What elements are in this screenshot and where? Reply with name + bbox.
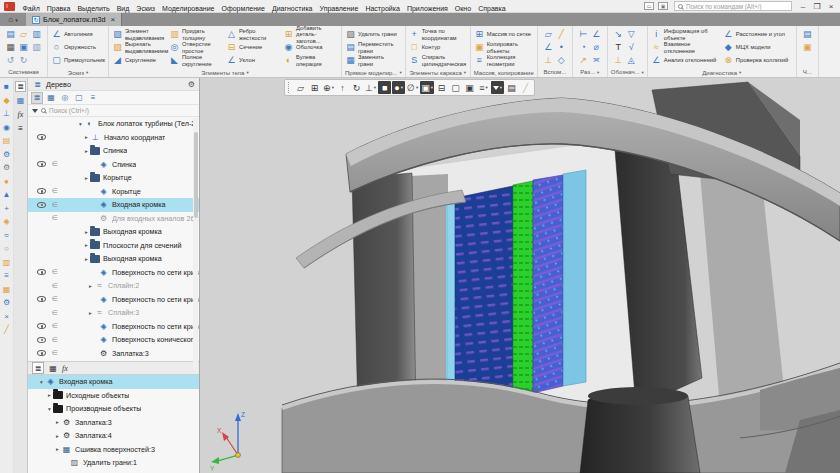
visibility-eye-icon[interactable] <box>37 350 46 356</box>
layout-icon[interactable]: ▭ <box>644 2 654 10</box>
new-document-button[interactable]: ▤ <box>4 28 17 41</box>
menu-Правка[interactable]: Правка <box>43 5 74 12</box>
visibility-eye-icon[interactable] <box>37 188 46 194</box>
3d-viewport[interactable]: Z X Y ▱⊞⊕▾↑↻⊥▾■●▾∅▾▣▾⊟▢▣≡▾▾▤╱ <box>200 78 840 473</box>
ribbon-group-label[interactable]: Вспом... <box>538 67 572 77</box>
tool-card-icon[interactable]: ▤ <box>1 135 12 146</box>
ribbon-item-collision-check[interactable]: ⊗Проверка коллизий <box>723 54 793 67</box>
expander-icon[interactable]: ▸ <box>54 446 61 452</box>
ribbon-item-draft[interactable]: ∠Уклон <box>226 54 281 67</box>
tree-row[interactable]: ▾◐Блок лопаток турбины (Тел-2) <box>28 117 199 131</box>
expander-icon[interactable]: ▸ <box>83 256 90 262</box>
dim-linear-button[interactable]: ⊢ <box>577 28 590 41</box>
box-view-a-button[interactable]: ▢ <box>449 81 462 94</box>
minimize-button[interactable]: – <box>796 2 810 11</box>
hide-objects-button[interactable]: ∅▾ <box>406 81 419 94</box>
ribbon-item-distance-angle[interactable]: ∠Расстояние и угол <box>723 28 793 41</box>
aux-point-button[interactable]: • <box>555 41 568 54</box>
ribbon-item-move-faces[interactable]: ▤Переместить грани <box>345 41 397 54</box>
filter-funnel-icon[interactable] <box>32 109 38 113</box>
tree-row[interactable]: ∈◈Корытце <box>28 185 199 199</box>
zoom-tool-button[interactable]: ⊕▾ <box>322 81 335 94</box>
tool-pen-icon[interactable]: ╱ <box>1 324 12 335</box>
tool-gear-gray-icon[interactable]: ⚙ <box>1 162 12 173</box>
undo-button[interactable]: ↺ <box>4 54 17 67</box>
menu-Вид[interactable]: Вид <box>113 5 133 12</box>
dim-angular-button[interactable]: ∠ <box>590 28 603 41</box>
tree-row[interactable]: ∈◈Поверхность по сети кривых:12 <box>28 293 199 307</box>
ribbon-group-label[interactable]: Ч... <box>797 67 818 77</box>
expander-icon[interactable]: ▸ <box>83 242 90 248</box>
tab-fx[interactable]: fx <box>62 364 68 373</box>
aux-cs-button[interactable]: ⊥ <box>542 54 555 67</box>
tree-row[interactable]: ∈◈Входная кромка <box>28 198 199 212</box>
tool-diamond-icon[interactable]: ◆ <box>1 95 12 106</box>
tab-close-icon[interactable]: × <box>110 15 115 24</box>
scene-layers-button[interactable]: ≡▾ <box>477 81 490 94</box>
tool-spline-icon[interactable]: ≈ <box>1 230 12 241</box>
ribbon-group-label[interactable]: Массив, копирование <box>471 68 537 77</box>
expander-icon[interactable]: ▸ <box>83 148 90 154</box>
expander-icon[interactable]: ▸ <box>54 433 61 439</box>
selection-view-icon[interactable]: ▢ <box>73 92 85 104</box>
3d-model-turbine-blade-block[interactable]: Z X Y <box>200 78 840 473</box>
quick-display-mode-button[interactable]: ▣▾ <box>420 81 434 94</box>
tab-structure-icon[interactable]: ≣ <box>32 362 44 374</box>
ribbon-item-full-fillet[interactable]: ◣Полное скругление <box>169 54 224 67</box>
menu-lines-button[interactable]: ≡ <box>15 123 26 134</box>
ribbon-item-extrude[interactable]: ▧Элемент выдавливания <box>112 28 167 41</box>
dim-leader-button[interactable]: ↗ <box>577 54 590 67</box>
relations-view-icon[interactable]: ◎ <box>59 92 71 104</box>
ribbon-item-contour[interactable]: □Контур <box>409 41 467 54</box>
redo-button[interactable]: ↻ <box>17 54 30 67</box>
menu-Окно[interactable]: Окно <box>451 5 474 12</box>
expander-icon[interactable]: ▾ <box>38 379 45 385</box>
visibility-eye-icon[interactable] <box>37 202 46 208</box>
ribbon-item-replace-faces[interactable]: ▦Заменить грани <box>345 54 397 67</box>
note-rough-button[interactable]: √ <box>625 41 638 54</box>
aux-plane-button[interactable]: ▱ <box>542 28 555 41</box>
expander-icon[interactable]: ▸ <box>83 229 90 235</box>
aux-ref-button[interactable]: ◇ <box>555 54 568 67</box>
ribbon-item-copy-objects[interactable]: ▣Копировать объекты <box>474 41 534 54</box>
tree-row[interactable]: ▸Исходные объекты <box>28 389 199 403</box>
ribbon-item-pattern-grid[interactable]: ⊞Массив по сетке <box>474 28 534 41</box>
ribbon-item-hole[interactable]: ◎Отверстие простое <box>169 41 224 54</box>
ribbon-group-label[interactable]: Элементы тела▾ <box>109 68 341 77</box>
ribbon-item-mass-properties[interactable]: ◆МЦХ модели <box>723 41 793 54</box>
visibility-eye-icon[interactable] <box>37 269 46 275</box>
menu-Справка[interactable]: Справка <box>475 5 509 12</box>
tree-row[interactable]: ▸⚙Заплатка:4 <box>28 429 199 443</box>
aux-axis-button[interactable]: ╱ <box>555 28 568 41</box>
tree-row[interactable]: ▸Выходная кромка <box>28 225 199 239</box>
expander-icon[interactable]: ▸ <box>83 134 90 140</box>
tree-row[interactable]: ∈⚙Для входных каналов 262.5 <box>28 212 199 226</box>
structure-view-icon[interactable]: ≣ <box>31 92 43 104</box>
tool-sphere-icon[interactable]: ● <box>1 176 12 187</box>
fx-panel-button[interactable]: fx <box>15 109 26 120</box>
tree-row[interactable]: ∈⚙Заплатка:3 <box>28 347 199 361</box>
scrollbar-thumb[interactable] <box>194 132 198 218</box>
save-as-button[interactable]: ▥ <box>30 41 43 54</box>
tree-row[interactable]: ∈▸≈Сплайн:2 <box>28 279 199 293</box>
ribbon-item-deviation-analysis[interactable]: ∠Анализ отклонений <box>651 54 721 67</box>
tool-cube-icon[interactable]: ■ <box>1 81 12 92</box>
ribbon-item-mutual-deviation[interactable]: ≈Взаимное отклонение <box>651 41 721 54</box>
tree-row[interactable]: ▸▦Сшивка поверхностей:3 <box>28 443 199 457</box>
view-array-button[interactable]: ⊞ <box>308 81 321 94</box>
sketch-pen-button[interactable]: ╱ <box>519 81 532 94</box>
ribbon-item-autoline[interactable]: ∠Автолиния <box>51 28 105 41</box>
tool-circle-icon[interactable]: ○ <box>1 243 12 254</box>
dim-radial-button[interactable]: ◔ <box>577 41 590 54</box>
note-mark-button[interactable]: ◬ <box>625 54 638 67</box>
home-button[interactable]: ⌂▾ <box>0 13 26 26</box>
tree-row[interactable]: ∈▸≈Сплайн:3 <box>28 306 199 320</box>
tree-row[interactable]: ▸⚙Заплатка:3 <box>28 416 199 430</box>
menu-Выделить[interactable]: Выделить <box>74 5 113 12</box>
rotate-view-button[interactable]: ↻ <box>350 81 363 94</box>
close-button[interactable]: × <box>824 2 838 11</box>
command-search-input[interactable]: Поиск по командам (Alt+/) <box>674 1 792 11</box>
tree-row[interactable]: ▸⊥Начало координат <box>28 131 199 145</box>
placement-plane-button[interactable]: ▱ <box>294 81 307 94</box>
menu-Файл[interactable]: Файл <box>19 5 43 12</box>
